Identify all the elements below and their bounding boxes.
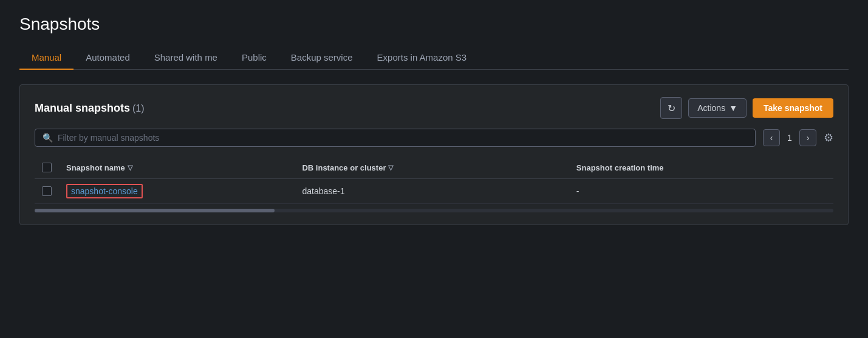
tab-backup-service[interactable]: Backup service <box>279 46 365 70</box>
chevron-left-icon: ‹ <box>770 133 773 143</box>
header-actions: ↻ Actions ▼ Take snapshot <box>660 97 833 119</box>
take-snapshot-button[interactable]: Take snapshot <box>753 98 833 118</box>
next-page-button[interactable]: › <box>799 129 816 146</box>
panel-count: (1) <box>132 103 145 113</box>
chevron-right-icon: › <box>807 133 810 143</box>
search-input-wrap: 🔍 <box>35 129 756 147</box>
select-all-header <box>35 157 59 179</box>
chevron-down-icon: ▼ <box>729 103 737 113</box>
snapshots-panel: Manual snapshots (1) ↻ Actions ▼ Take sn… <box>19 84 849 225</box>
tab-automated[interactable]: Automated <box>73 46 142 70</box>
table-row: snapshot-console database-1 - <box>35 179 833 204</box>
select-all-checkbox[interactable] <box>42 163 52 172</box>
snapshot-name-cell: snapshot-console <box>59 179 295 204</box>
row-checkbox-cell <box>35 179 59 204</box>
actions-button[interactable]: Actions ▼ <box>688 98 747 118</box>
refresh-button[interactable]: ↻ <box>660 97 682 119</box>
scrollbar-thumb <box>35 209 275 212</box>
search-input[interactable] <box>58 133 748 143</box>
page-number: 1 <box>785 133 795 143</box>
col-db-instance[interactable]: DB instance or cluster ▽ <box>295 157 569 179</box>
tab-manual[interactable]: Manual <box>19 46 73 70</box>
panel-header: Manual snapshots (1) ↻ Actions ▼ Take sn… <box>35 97 833 119</box>
row-checkbox[interactable] <box>42 186 52 196</box>
table-header-row: Snapshot name ▽ DB instance or cluster ▽… <box>35 157 833 179</box>
snapshots-table: Snapshot name ▽ DB instance or cluster ▽… <box>35 157 833 204</box>
search-icon: 🔍 <box>43 133 53 143</box>
db-instance-value: database-1 <box>302 186 344 196</box>
prev-page-button[interactable]: ‹ <box>763 129 780 146</box>
db-instance-cell: database-1 <box>295 179 569 204</box>
db-instance-col-label: DB instance or cluster <box>302 163 386 172</box>
col-snapshot-name[interactable]: Snapshot name ▽ <box>59 157 295 179</box>
creation-time-col-label: Snapshot creation time <box>576 163 664 172</box>
col-creation-time: Snapshot creation time <box>569 157 833 179</box>
sort-icon: ▽ <box>128 164 132 172</box>
page-title: Snapshots <box>19 15 849 34</box>
refresh-icon: ↻ <box>668 103 675 114</box>
tab-public[interactable]: Public <box>230 46 279 70</box>
snapshot-name-link[interactable]: snapshot-console <box>66 184 143 198</box>
scrollbar-track[interactable] <box>35 209 833 212</box>
tab-shared-with-me[interactable]: Shared with me <box>142 46 230 70</box>
tab-exports-amazon-s3[interactable]: Exports in Amazon S3 <box>365 46 479 70</box>
tabs-nav: Manual Automated Shared with me Public B… <box>19 46 849 70</box>
search-bar: 🔍 ‹ 1 › ⚙ <box>35 129 833 147</box>
snapshot-name-col-label: Snapshot name <box>66 163 125 172</box>
panel-title: Manual snapshots <box>35 102 130 114</box>
creation-time-value: - <box>576 186 579 196</box>
settings-icon[interactable]: ⚙ <box>824 131 833 144</box>
sort-icon-2: ▽ <box>388 164 393 172</box>
panel-title-area: Manual snapshots (1) <box>35 102 144 115</box>
pagination: ‹ 1 › <box>763 129 816 146</box>
creation-time-cell: - <box>569 179 833 204</box>
actions-label: Actions <box>697 103 725 113</box>
